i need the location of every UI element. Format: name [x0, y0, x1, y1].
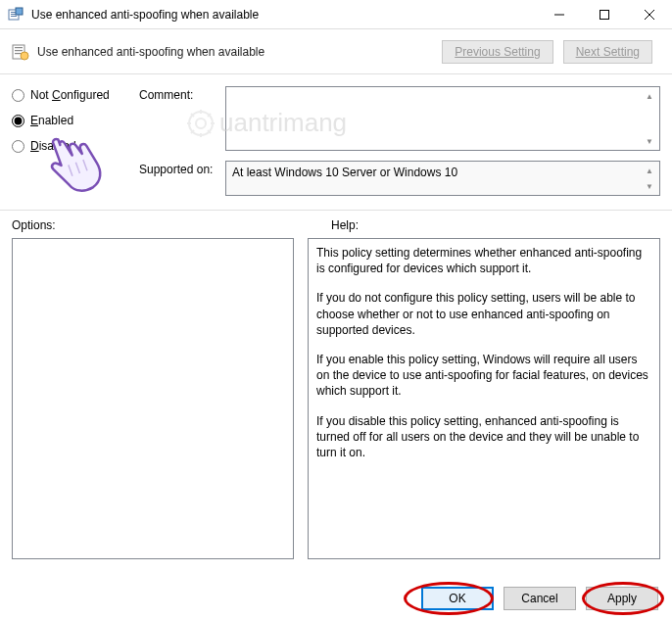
app-icon: [8, 7, 24, 23]
apply-button[interactable]: Apply: [586, 587, 658, 610]
window-controls: [537, 0, 672, 28]
options-panel: [12, 238, 294, 559]
previous-setting-button[interactable]: Previous Setting: [442, 40, 552, 64]
minimize-button[interactable]: [537, 0, 582, 28]
help-text: If you disable this policy setting, enha…: [316, 413, 651, 461]
radio-enabled[interactable]: Enabled: [12, 114, 139, 127]
config-area: Not Configured Enabled Disabled Comment:…: [0, 74, 672, 211]
scroll-up-icon[interactable]: ▲: [642, 164, 657, 177]
policy-icon: [12, 43, 29, 61]
supported-value: At least Windows 10 Server or Windows 10: [232, 166, 457, 179]
scroll-up-icon[interactable]: ▲: [642, 89, 657, 103]
policy-title: Use enhanced anti-spoofing when availabl…: [37, 45, 442, 59]
radio-enabled-label: Enabled: [30, 114, 73, 127]
radio-not-configured[interactable]: Not Configured: [12, 88, 139, 102]
svg-rect-11: [15, 50, 23, 51]
radio-enabled-input[interactable]: [12, 115, 24, 127]
comment-textarea[interactable]: ▲ ▼: [225, 86, 660, 151]
radio-not-configured-input[interactable]: [12, 89, 24, 102]
help-label: Help:: [331, 218, 359, 232]
radio-disabled[interactable]: Disabled: [12, 139, 139, 153]
titlebar: Use enhanced anti-spoofing when availabl…: [0, 0, 672, 29]
scroll-down-icon[interactable]: ▼: [642, 134, 657, 148]
comment-label: Comment:: [139, 86, 225, 151]
svg-rect-4: [16, 8, 23, 15]
maximize-button[interactable]: [582, 0, 627, 28]
help-text: This policy setting determines whether e…: [316, 245, 651, 276]
window-title: Use enhanced anti-spoofing when availabl…: [31, 8, 537, 22]
scroll-down-icon[interactable]: ▼: [642, 179, 657, 193]
svg-point-13: [21, 52, 28, 60]
state-radio-group: Not Configured Enabled Disabled: [12, 86, 139, 210]
svg-rect-10: [15, 47, 23, 48]
policy-header: Use enhanced anti-spoofing when availabl…: [0, 29, 672, 74]
close-button[interactable]: [627, 0, 672, 28]
radio-not-configured-label: Not Configured: [30, 88, 110, 102]
next-setting-button[interactable]: Next Setting: [563, 40, 652, 64]
supported-label: Supported on:: [139, 161, 225, 196]
panels-container: This policy setting determines whether e…: [0, 236, 672, 559]
help-text: If you enable this policy setting, Windo…: [316, 352, 651, 400]
ok-button[interactable]: OK: [421, 587, 494, 610]
help-panel: This policy setting determines whether e…: [308, 238, 660, 559]
radio-disabled-input[interactable]: [12, 140, 24, 153]
svg-rect-3: [11, 16, 17, 17]
panel-labels: Options: Help:: [0, 211, 672, 236]
svg-rect-6: [600, 10, 609, 19]
supported-on-box: At least Windows 10 Server or Windows 10…: [225, 161, 660, 196]
radio-disabled-label: Disabled: [30, 139, 76, 153]
help-text: If you do not configure this policy sett…: [316, 290, 651, 338]
cancel-button[interactable]: Cancel: [504, 587, 576, 610]
dialog-footer: OK Cancel Apply: [421, 587, 658, 610]
options-label: Options:: [12, 218, 331, 232]
